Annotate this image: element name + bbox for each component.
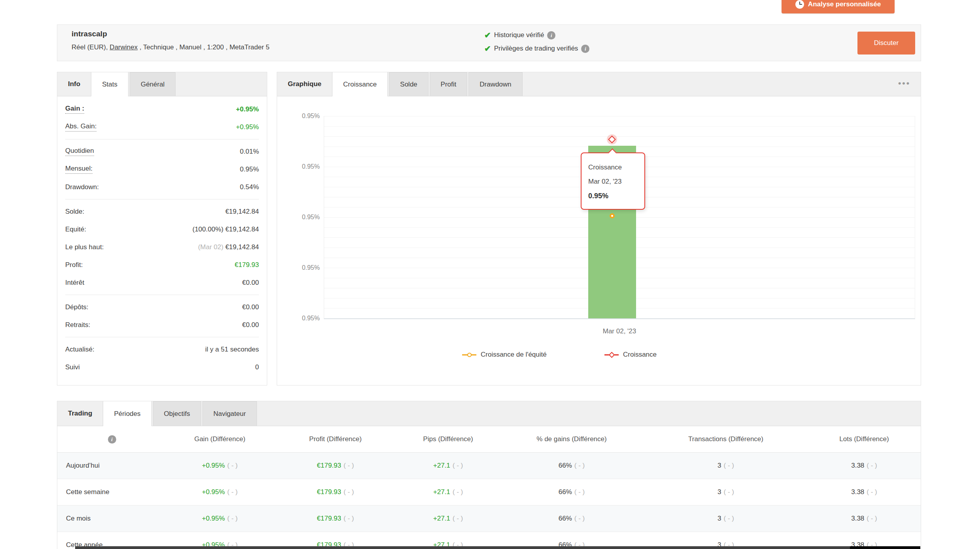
stat-row-equite: Equité: (100.00%) €19,142.84 <box>65 220 259 238</box>
tab-graphique[interactable]: Graphique <box>277 72 332 96</box>
tab-trading[interactable]: Trading <box>57 401 103 426</box>
account-type: Réel (EUR), <box>72 43 110 51</box>
table-row-aujourdhui: Aujourd’hui +0.95%( - ) €179.93( - ) +27… <box>57 453 921 479</box>
discuter-button[interactable]: Discuter <box>857 32 915 55</box>
header-gain: Gain (Différence) <box>166 435 273 443</box>
tab-stats[interactable]: Stats <box>91 72 128 96</box>
header-transactions: Transactions (Différence) <box>645 435 807 443</box>
stat-row-le-plus-haut: Le plus haut: (Mar 02) €19,142.84 <box>65 238 259 256</box>
info-icon[interactable]: i <box>547 31 555 39</box>
stat-row-solde: Solde: €19,142.84 <box>65 203 259 220</box>
chart-menu-ellipsis-icon[interactable]: ••• <box>898 79 910 88</box>
stat-row-quotidien: Quotidien 0.01% <box>65 143 259 160</box>
table-row-ce-mois: Ce mois +0.95%( - ) €179.93( - ) +27.1( … <box>57 506 921 532</box>
account-details: , Technique , Manuel , 1:200 , MetaTrade… <box>138 43 270 51</box>
tooltip-title: Croissance <box>588 160 644 175</box>
verification-block: ✔ Historique vérifié i ✔ Privilèges de t… <box>484 28 589 55</box>
tab-periodes[interactable]: Périodes <box>103 401 151 426</box>
check-icon: ✔ <box>484 31 491 39</box>
legend-croissance-equite[interactable]: Croissance de l'équité <box>462 350 547 360</box>
tab-info[interactable]: Info <box>57 72 91 96</box>
y-axis-tick: 0.95% <box>278 315 320 322</box>
stat-row-profit: Profit: €179.93 <box>65 256 259 274</box>
verification-row-history: ✔ Historique vérifié i <box>484 28 589 42</box>
trading-tabbar: Trading Périodes Objectifs Navigateur <box>57 401 921 426</box>
broker-link[interactable]: Darwinex <box>110 43 138 51</box>
trading-card: Trading Périodes Objectifs Navigateur i … <box>57 401 921 549</box>
verification-row-privileges: ✔ Privilèges de trading verifiés i <box>484 42 589 55</box>
tab-navigateur[interactable]: Navigateur <box>202 401 257 426</box>
header-info-cell: i <box>57 435 166 444</box>
check-icon: ✔ <box>484 45 491 53</box>
account-name: intrascalp <box>72 30 107 38</box>
tab-drawdown[interactable]: Drawdown <box>468 72 522 96</box>
account-subtitle: Réel (EUR), Darwinex , Technique , Manue… <box>72 43 270 51</box>
stat-row-depots: Dépôts: €0.00 <box>65 298 259 316</box>
header-profit: Profit (Différence) <box>273 435 398 443</box>
chart-tooltip: Croissance Mar 02, '23 0.95% <box>581 152 645 210</box>
divider <box>65 337 259 337</box>
verification-history-label: Historique vérifié <box>494 31 544 39</box>
clock-icon <box>795 0 804 9</box>
account-header-card: intrascalp Réel (EUR), Darwinex , Techni… <box>57 24 921 61</box>
header-lots: Lots (Différence) <box>807 435 921 443</box>
stat-row-abs-gain: Abs. Gain: +0.95% <box>65 118 259 136</box>
red-diamond-marker-icon <box>604 354 619 355</box>
verification-privileges-label: Privilèges de trading verifiés <box>494 45 578 53</box>
y-axis-tick: 0.95% <box>278 264 320 271</box>
stat-row-drawdown: Drawdown: 0.54% <box>65 178 259 196</box>
periods-table-header: i Gain (Différence) Profit (Différence) … <box>57 426 921 453</box>
table-row-cette-semaine: Cette semaine +0.95%( - ) €179.93( - ) +… <box>57 479 921 506</box>
equity-dot-marker <box>610 213 615 218</box>
stats-card: Info Stats Général Gain : +0.95% Abs. Ga… <box>57 72 267 385</box>
tab-solde[interactable]: Solde <box>389 72 428 96</box>
stat-row-interet: Intérêt €0.00 <box>65 274 259 291</box>
legend-growth-label: Croissance <box>623 351 657 359</box>
header-winrate: % de gains (Différence) <box>498 435 645 443</box>
tab-profit[interactable]: Profit <box>430 72 468 96</box>
info-icon[interactable]: i <box>581 45 589 53</box>
bottom-edge-bar <box>75 546 920 549</box>
page: Analyse personnalisée intrascalp Réel (E… <box>0 0 980 549</box>
tab-croissance[interactable]: Croissance <box>332 72 388 96</box>
y-axis-tick: 0.95% <box>278 113 320 120</box>
stat-row-suivi: Suivi 0 <box>65 358 259 376</box>
divider <box>65 139 259 139</box>
header-pips: Pips (Différence) <box>398 435 498 443</box>
analyse-button-label: Analyse personnalisée <box>808 0 881 8</box>
stats-tabbar: Info Stats Général <box>57 72 267 96</box>
stat-row-gain: Gain : +0.95% <box>65 100 259 118</box>
tab-general[interactable]: Général <box>130 72 176 96</box>
legend-equity-label: Croissance de l'équité <box>481 351 547 359</box>
x-axis-label: Mar 02, '23 <box>580 327 659 335</box>
divider <box>65 295 259 295</box>
chart-tabbar: Graphique Croissance Solde Profit Drawdo… <box>277 72 921 96</box>
stat-row-mensuel: Mensuel: 0.95% <box>65 160 259 178</box>
stat-row-actualise: Actualisé: il y a 51 secondes <box>65 340 259 358</box>
tab-objectifs[interactable]: Objectifs <box>153 401 201 426</box>
divider <box>65 199 259 199</box>
growth-chart-plot-area: Croissance Mar 02, '23 0.95% <box>324 116 915 319</box>
y-axis-tick: 0.95% <box>278 163 320 170</box>
tooltip-date: Mar 02, '23 <box>588 175 644 189</box>
stats-list: Gain : +0.95% Abs. Gain: +0.95% Quotidie… <box>57 96 267 376</box>
info-icon[interactable]: i <box>108 435 116 444</box>
legend-croissance[interactable]: Croissance <box>604 350 657 360</box>
chart-card: Graphique Croissance Solde Profit Drawdo… <box>277 72 921 385</box>
tooltip-value: 0.95% <box>588 189 644 203</box>
stat-row-retraits: Retraits: €0.00 <box>65 316 259 334</box>
bottom-edge-bar-dark-segment <box>850 546 920 549</box>
y-axis-tick: 0.95% <box>278 214 320 221</box>
date-note: (Mar 02) <box>198 243 225 251</box>
yellow-line-marker-icon <box>462 354 476 355</box>
analyse-personnalisee-button[interactable]: Analyse personnalisée <box>782 0 895 13</box>
